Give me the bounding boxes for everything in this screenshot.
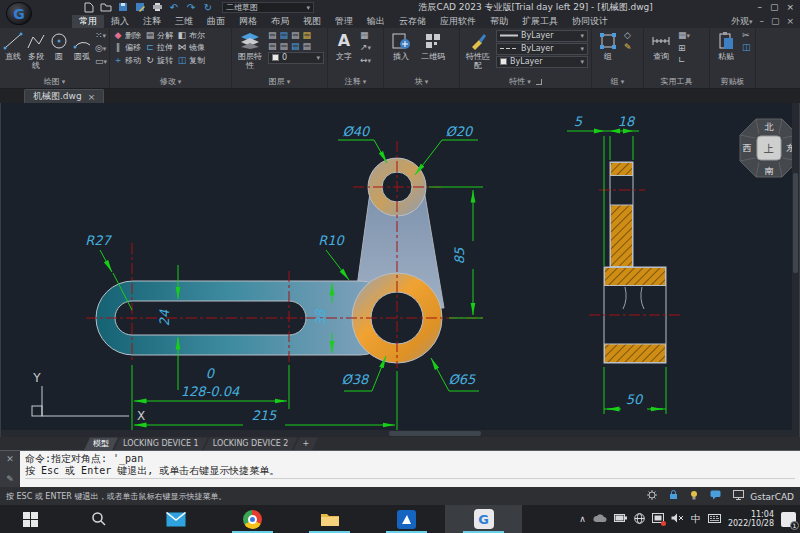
print-icon[interactable]: [151, 1, 163, 13]
text-button[interactable]: A 文字: [331, 30, 357, 61]
close-button[interactable]: ×: [786, 2, 794, 12]
part-side-section-view[interactable]: [604, 162, 666, 363]
inquiry-button[interactable]: 查询: [647, 30, 675, 61]
screenclip-icon[interactable]: [652, 513, 664, 525]
taskbar-clock[interactable]: 11:04 2022/10/28: [728, 510, 774, 528]
lock-icon[interactable]: [669, 490, 678, 500]
layout-tab-add[interactable]: +: [293, 437, 318, 450]
ribbon-close-button[interactable]: ×: [786, 16, 794, 26]
close-icon[interactable]: [88, 92, 96, 102]
clipboard-extra-tools[interactable]: ✂ ◫: [742, 30, 751, 52]
tab-help[interactable]: 帮助: [483, 15, 515, 28]
lineweight-dropdown[interactable]: ByLayer: [496, 30, 588, 42]
ribbon-restore-button[interactable]: ▢: [771, 16, 780, 26]
open-file-icon[interactable]: [100, 1, 112, 13]
battery-icon[interactable]: [614, 514, 627, 524]
taskbar-explorer[interactable]: [291, 505, 368, 533]
color-dropdown[interactable]: ByLayer: [496, 56, 588, 68]
view-cube[interactable]: 北 南 西 东 上: [740, 119, 798, 177]
network-globe-icon[interactable]: [634, 513, 645, 526]
panel-label-layer[interactable]: 图层: [232, 76, 327, 88]
panel-label-modify[interactable]: 修改: [110, 76, 231, 88]
part-front-view[interactable]: [96, 158, 444, 363]
panel-label-clipboard[interactable]: 剪贴板: [710, 76, 755, 88]
tab-annotate[interactable]: 注释: [136, 15, 168, 28]
annotate-extra-tools[interactable]: ▦ ↗ ↔: [360, 30, 371, 66]
tab-express[interactable]: 扩展工具: [515, 15, 565, 28]
group-extra-tools[interactable]: ◇ ✎: [624, 30, 632, 52]
file-tab[interactable]: 机械图.dwg: [24, 89, 104, 103]
group-button[interactable]: 组: [595, 30, 621, 61]
tab-apps[interactable]: 应用软件: [433, 15, 483, 28]
keyboard-icon[interactable]: [708, 514, 721, 525]
command-history[interactable]: 命令:指定对角点: '_pan 按 Esc 或 Enter 键退出, 或单击右键…: [20, 451, 800, 487]
panel-label-group[interactable]: 组: [592, 76, 643, 88]
chat-icon[interactable]: [710, 490, 721, 500]
move-button[interactable]: ＋移动: [113, 54, 141, 67]
tab-surface[interactable]: 曲面: [200, 15, 232, 28]
linetype-dropdown[interactable]: ByLayer: [496, 43, 588, 55]
tab-manage[interactable]: 管理: [328, 15, 360, 28]
ime-indicator[interactable]: 中: [691, 512, 701, 526]
monitor-icon[interactable]: [733, 490, 744, 500]
panel-label-block[interactable]: 块: [384, 76, 459, 88]
tab-output[interactable]: 输出: [360, 15, 392, 28]
close-command-icon[interactable]: ✕: [6, 454, 14, 464]
dialog-launcher-icon[interactable]: [536, 79, 542, 85]
mirror-button[interactable]: ⋈镜像: [177, 42, 205, 53]
layout-tab-device2[interactable]: LOCKING DEVICE 2: [204, 437, 298, 450]
qrcode-button[interactable]: 二维码: [418, 30, 448, 61]
tab-cloud[interactable]: 云存储: [392, 15, 433, 28]
workspace-dropdown[interactable]: 二维草图: [222, 2, 314, 13]
taskbar-gstarcad[interactable]: G: [445, 505, 522, 533]
drawing-canvas[interactable]: Ø40 Ø20 R27 R10 24 38 85 0 128-0.04 215 …: [0, 103, 800, 437]
taskbar-mail[interactable]: [137, 505, 214, 533]
tab-insert[interactable]: 插入: [104, 15, 136, 28]
redo-icon[interactable]: ↷: [185, 1, 197, 13]
panel-label-draw[interactable]: 绘图: [0, 76, 109, 88]
arc-button[interactable]: 圆弧: [72, 30, 92, 61]
layout-tab-model[interactable]: 模型: [84, 437, 118, 450]
layer-properties-button[interactable]: 图层特性: [235, 30, 265, 70]
line-button[interactable]: 直线: [3, 30, 23, 61]
restore-button[interactable]: ▢: [770, 2, 779, 12]
layer-tools-row2[interactable]: ▤▤▤▤: [268, 41, 324, 51]
copy-button[interactable]: ◫复制: [177, 54, 205, 67]
appearance-menu[interactable]: 外观: [731, 15, 753, 28]
tab-home[interactable]: 常用: [72, 15, 104, 28]
paste-button[interactable]: 粘贴: [713, 30, 739, 61]
volume-muted-icon[interactable]: [671, 513, 684, 525]
boolean-button[interactable]: ◧布尔: [177, 30, 205, 41]
save-icon[interactable]: [117, 1, 129, 13]
draw-extra-tools[interactable]: ⁙ ◎ ▭: [95, 30, 107, 67]
refresh-icon[interactable]: ↻: [202, 1, 214, 13]
stretch-button[interactable]: ⊏拉伸: [145, 42, 173, 53]
layout-tab-device1[interactable]: LOCKING DEVICE 1: [114, 437, 208, 450]
tab-3d[interactable]: 三维: [168, 15, 200, 28]
start-button[interactable]: [0, 505, 60, 533]
rotate-button[interactable]: ↻旋转: [145, 54, 173, 67]
save-as-icon[interactable]: [134, 1, 146, 13]
taskbar-viewer-app[interactable]: [368, 505, 445, 533]
search-button[interactable]: [60, 505, 137, 533]
offset-button[interactable]: ∥偏移: [113, 42, 141, 53]
erase-button[interactable]: ◆删除: [113, 30, 141, 41]
new-file-icon[interactable]: [83, 1, 95, 13]
gear-icon[interactable]: [647, 490, 657, 500]
circle-button[interactable]: 圆: [49, 30, 69, 61]
ribbon-minimize-button[interactable]: –: [759, 16, 764, 26]
lightbulb-icon[interactable]: [690, 490, 698, 500]
panel-label-utilities[interactable]: 实用工具: [644, 76, 709, 88]
minimize-button[interactable]: –: [757, 2, 762, 12]
onedrive-cloud-icon[interactable]: [593, 514, 607, 525]
polyline-button[interactable]: 多段线: [26, 30, 46, 70]
notification-center[interactable]: 1: [781, 512, 796, 527]
undo-icon[interactable]: ↶: [168, 1, 180, 13]
tab-layout[interactable]: 布局: [264, 15, 296, 28]
layer-tools-row1[interactable]: ▤▤▤▤: [268, 30, 324, 40]
explode-button[interactable]: ▤分解: [145, 30, 173, 41]
layer-dropdown[interactable]: 0: [268, 52, 324, 64]
taskbar-chrome[interactable]: [214, 505, 291, 533]
insert-block-button[interactable]: 插入: [387, 30, 415, 61]
pencil-icon[interactable]: ✎: [6, 474, 14, 484]
